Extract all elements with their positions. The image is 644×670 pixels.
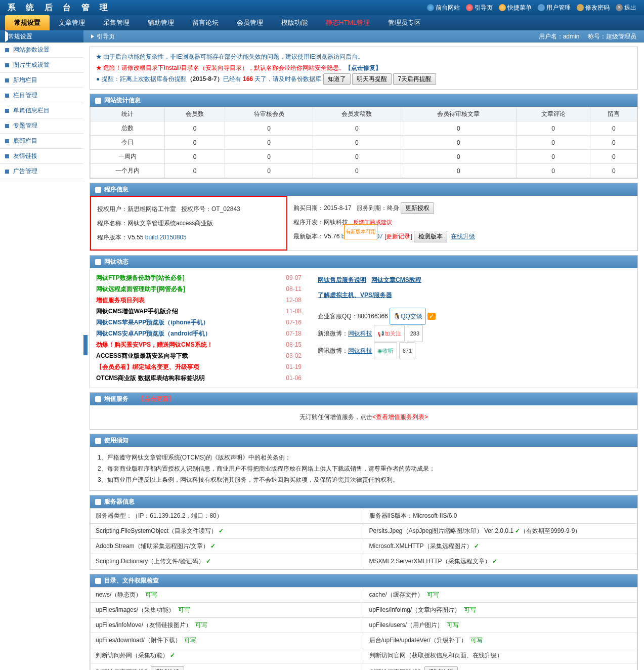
addon-list-link[interactable]: <查看增值服务列表> [372, 413, 428, 421]
square-icon [5, 139, 9, 143]
sina-link[interactable]: 网钛科技 [348, 330, 372, 337]
sidebar-new-column[interactable]: 新增栏目 [0, 73, 83, 88]
panel-icon [95, 259, 101, 265]
square-icon [5, 109, 9, 113]
tx-link[interactable]: 网钛科技 [348, 347, 372, 354]
main-content: ★ 由于后台功能的复杂性，非IE浏览器可能存在部分功能失效的问题，建议使用IE浏… [83, 43, 644, 670]
square-icon [5, 78, 9, 82]
table-row: Adodb.Stream（辅助采集远程图片/文章） ✓Microsoft.XML… [91, 539, 637, 554]
nav-html[interactable]: 静态HTML管理 [317, 15, 379, 30]
news-list: 网钛FTP数据备份助手[站长必备]09-07网钛远程桌面管理助手[网管必备]08… [90, 268, 308, 388]
breadcrumb-guide[interactable]: 引导页 [97, 32, 115, 41]
panel-icon [95, 98, 101, 104]
server-panel: 服务器信息 服务器类型：（IP：61.139.126.2，端口：80）服务器II… [90, 495, 638, 570]
current-role: 超级管理员 [606, 33, 636, 40]
news-link[interactable]: 网钛CMS苹果APP预览版（iphone手机） [96, 317, 209, 328]
sidebar-topic[interactable]: 专题管理 [0, 118, 83, 134]
quick-menu-link[interactable]: 快捷菜单 [499, 4, 532, 12]
news-link[interactable]: 【会员必看】绑定域名变更、升级事项 [96, 361, 199, 372]
table-row: news/（静态页） 可写cache/（缓存文件） 可写 [91, 588, 637, 603]
user-icon [538, 4, 545, 11]
vps-link[interactable]: 了解虚拟主机、VPS/服务器 [318, 291, 392, 299]
sina-follow-button[interactable]: 📢加关注 [374, 325, 405, 342]
new-version-tag: 有新版本可用 [344, 224, 377, 239]
table-row: 一周内000000 [91, 150, 637, 164]
guide-link[interactable]: 引导页 [466, 4, 493, 12]
news-link[interactable]: ACCESS商业版最新安装向导下载 [96, 350, 188, 361]
news-link[interactable]: 网钛远程桌面管理助手[网管必备] [96, 283, 185, 295]
news-link[interactable]: 网钛FTP数据备份助手[站长必备] [96, 272, 185, 283]
news-side: 网钛售后服务说明 网钛文章CMS教程 了解虚拟主机、VPS/服务器 企业客服QQ… [308, 268, 637, 388]
addon-panel: 增值服务 【点击更新】 无订购任何增值服务，点击<查看增值服务列表> [90, 392, 638, 430]
tomorrow-button[interactable]: 明天再提醒 [352, 73, 392, 85]
table-row: 一个月内000000 [91, 164, 637, 178]
lifering-icon [466, 4, 473, 11]
table-row: upFiles/images/（采集功能） 可写upFiles/infoImg/… [91, 603, 637, 618]
online-upgrade-link[interactable]: 在线升级 [451, 233, 475, 240]
fix-link[interactable]: 【点击修复】 [345, 64, 381, 71]
news-link[interactable]: OTCMS商业版 数据库表结构和标签说明 [96, 372, 205, 384]
check-version-button[interactable]: 检测版本 [414, 231, 447, 242]
stats-table: 统计会员数待审核会员会员发稿数会员待审核文章文章评论留言 总数000000 今日… [90, 107, 637, 178]
front-link[interactable]: 前台网站 [427, 4, 460, 12]
tx-count: 671 [399, 342, 415, 359]
sina-count: 283 [407, 325, 423, 342]
nav-collect[interactable]: 采集管理 [94, 15, 139, 30]
sidebar-friendlink[interactable]: 友情链接 [0, 149, 83, 164]
news-panel: 网钛动态 网钛FTP数据备份助手[站长必备]09-07网钛远程桌面管理助手[网管… [90, 255, 638, 388]
news-link[interactable]: 增值服务项目列表 [96, 295, 145, 306]
table-row: upFiles/download/（附件下载） 可写后台/upFile/upda… [91, 633, 637, 648]
square-icon [5, 124, 9, 128]
sub-header: 常规设置 引导页 用户名：admin 称号：超级管理员 [0, 30, 644, 43]
7days-button[interactable]: 7天后再提醒 [393, 73, 436, 85]
sidebar-image-gen[interactable]: 图片生成设置 [0, 58, 83, 73]
notice-box: ★ 由于后台功能的复杂性，非IE浏览器可能存在部分功能失效的问题，建议使用IE浏… [90, 47, 638, 90]
news-link[interactable]: 网钛CMS增值WAP手机版介绍 [96, 306, 178, 317]
tutorial-link[interactable]: 网钛文章CMS教程 [371, 276, 421, 283]
news-link[interactable]: 网钛CMS安卓APP预览版（android手机） [96, 328, 211, 339]
sidebar-ads[interactable]: 广告管理 [0, 164, 83, 179]
nav-forum[interactable]: 留言论坛 [183, 15, 228, 30]
know-button[interactable]: 知道了 [323, 73, 351, 85]
panel-icon [95, 578, 101, 584]
arrow-icon [91, 34, 94, 38]
test-conn-button[interactable]: 测试连接 [151, 666, 184, 670]
addon-empty: 无订购任何增值服务，点击<查看增值服务列表> [90, 405, 637, 429]
user-mgmt-link[interactable]: 用户管理 [538, 4, 571, 12]
nav-admin[interactable]: 管理员专区 [379, 15, 430, 30]
stats-panel: 网站统计信息 统计会员数待审核会员会员发稿数会员待审核文章文章评论留言 总数00… [90, 94, 638, 179]
exit-icon: × [616, 4, 623, 11]
test-conn-button[interactable]: 测试连接 [424, 666, 458, 670]
nav-aux[interactable]: 辅助管理 [139, 15, 183, 30]
update-auth-button[interactable]: 更新授权 [401, 202, 434, 214]
sidebar-collapse-handle[interactable] [83, 335, 88, 355]
update-log-link[interactable]: [更新记录] [384, 233, 412, 240]
sale-link[interactable]: 网钛售后服务说明 [318, 276, 366, 283]
exit-link[interactable]: ×退出 [616, 4, 636, 12]
square-icon [5, 94, 9, 98]
table-row: Scripting.FileSystemObject（目录文件读写） ✓Pers… [91, 524, 637, 539]
square-icon [5, 154, 9, 158]
sidebar-column-mgmt[interactable]: 栏目管理 [0, 88, 83, 103]
nav-template[interactable]: 模版功能 [272, 15, 317, 30]
nav-member[interactable]: 会员管理 [228, 15, 272, 30]
sidebar-single-page[interactable]: 单篇信息栏目 [0, 103, 83, 118]
nav-general[interactable]: 常规设置 [5, 15, 50, 30]
news-link[interactable]: 劲爆！购买景安VPS，赠送网钛CMS系统！ [96, 339, 213, 350]
sidebar-footer-col[interactable]: 底部栏目 [0, 134, 83, 149]
usage-panel: 使用须知 1、严格遵守网钛文章管理系统(OTCMS)的《版权声明》中的相关条例；… [90, 434, 638, 491]
lock-icon [577, 4, 584, 11]
nav-article[interactable]: 文章管理 [50, 15, 94, 30]
sub-right: 引导页 用户名：admin 称号：超级管理员 [83, 30, 644, 43]
auth-info-box: 授权用户：新思维网络工作室 授权序号：OT_02843 程序名称：网钛文章管理系… [90, 196, 287, 250]
qq-chat-button[interactable]: 🐧QQ交谈 [390, 308, 426, 325]
panel-icon [95, 396, 101, 402]
change-pass-link[interactable]: 修改密码 [577, 4, 610, 12]
top-header: 系 统 后 台 管 理 前台网站 引导页 快捷菜单 用户管理 修改密码 ×退出 [0, 0, 644, 15]
panel-icon [95, 187, 101, 193]
check-icon: ✓ [427, 313, 436, 320]
sidebar-site-params[interactable]: 网站参数设置 [0, 43, 83, 58]
tx-listen-button[interactable]: ◉收听 [374, 342, 397, 359]
square-icon [5, 170, 9, 174]
addon-refresh-link[interactable]: 【点击更新】 [138, 395, 175, 403]
